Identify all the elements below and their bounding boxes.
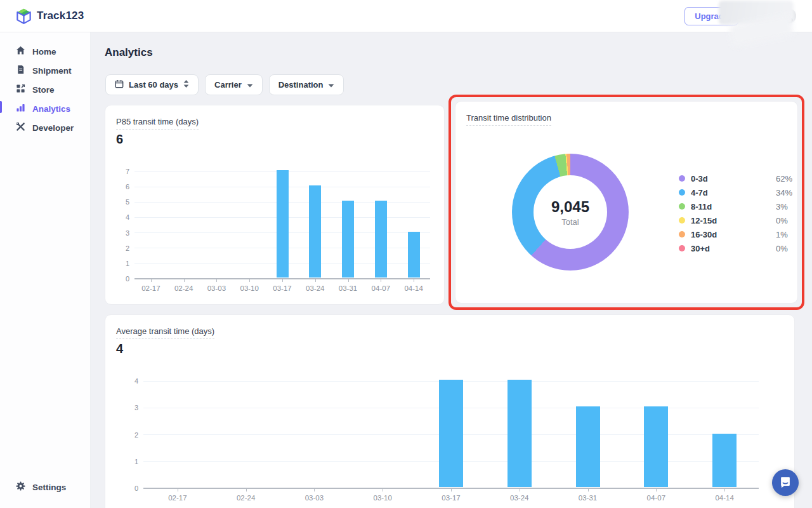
legend-label: 30+d [691,244,776,253]
legend-dot [679,189,685,196]
topbar: Track123 Upgrade [0,0,812,32]
legend-item-16-30d[interactable]: 16-30d 1% [679,227,799,241]
bar-03-17 [277,170,289,277]
y-axis-tick-label: 6 [108,184,129,190]
legend-item-0-3d[interactable]: 0-3d 62% [679,171,799,185]
sidebar-item-label: Settings [32,483,66,492]
sidebar: Home Shipment Store Analytics Develop [0,32,91,508]
y-axis-tick-label: 2 [117,432,138,439]
bar-04-07 [644,406,668,487]
legend-dot [679,175,685,182]
x-axis-tick [588,489,589,491]
chat-bubble-icon [778,476,792,490]
legend-item-8-11d[interactable]: 8-11d 3% [679,199,799,213]
average-transit-time-card: Average transit time (days) 4 0123402-17… [105,314,795,508]
x-axis-tick [314,489,315,491]
donut-total-label: Total [561,217,579,227]
sidebar-item-shipment[interactable]: Shipment [0,61,90,80]
average-bar-chart: 0123402-1702-2403-0303-1003-1703-2403-31… [143,381,759,488]
caret-down-icon [247,80,253,90]
legend-dot [679,217,685,224]
sidebar-item-analytics[interactable]: Analytics [0,99,90,118]
transit-time-distribution-card: Transit time distribution 9,045 Total 0-… [455,101,798,304]
carrier-filter[interactable]: Carrier [205,74,263,95]
caret-down-icon [328,80,334,90]
date-range-filter[interactable]: Last 60 days [105,74,199,95]
legend-percent: 3% [776,202,788,211]
x-axis-tick-label: 03-10 [363,494,402,502]
date-range-label: Last 60 days [129,80,178,90]
donut-center: 9,045 Total [534,175,607,249]
sidebar-item-settings[interactable]: Settings [0,478,90,497]
x-axis-tick-label: 04-14 [705,494,743,502]
card-title: Average transit time (days) [116,326,214,339]
legend-dot [679,231,685,237]
active-indicator [0,101,2,113]
store-grid-icon [16,84,25,95]
x-axis-tick-label: 03-31 [569,494,607,502]
legend-item-4-7d[interactable]: 4-7d 34% [679,185,799,199]
bar-04-14 [712,434,737,488]
sidebar-item-label: Home [32,47,56,57]
legend-label: 0-3d [691,174,776,184]
legend-item-30plus-d[interactable]: 30+d 0% [679,241,799,255]
legend-percent: 0% [776,244,788,253]
brand-name: Track123 [37,10,84,22]
x-axis-tick [282,279,283,282]
bar-chart-icon [16,103,25,114]
y-axis-tick-label: 0 [117,485,138,492]
destination-filter[interactable]: Destination [269,74,344,95]
y-axis-tick-label: 4 [117,378,138,385]
chat-messenger-button[interactable] [772,469,799,496]
x-axis-tick-label: 04-14 [395,284,433,292]
bar-03-24 [309,185,321,277]
y-axis-tick-label: 1 [108,260,129,267]
bar-03-31 [342,201,354,277]
x-axis-tick-label: 04-07 [637,494,675,502]
x-axis-tick [520,489,520,491]
p85-transit-time-card: P85 transit time (days) 6 0123456702-170… [105,105,445,305]
gear-icon [16,481,25,493]
y-axis-tick-label: 5 [108,199,129,206]
destination-label: Destination [278,80,324,90]
carrier-label: Carrier [214,80,242,90]
x-axis-tick-label: 02-24 [227,494,265,502]
legend-dot [679,203,685,210]
x-axis-tick [348,279,349,282]
x-axis-tick [656,489,657,491]
sidebar-item-home[interactable]: Home [0,42,90,61]
x-axis-tick [724,489,725,491]
legend-dot [679,245,685,251]
home-icon [16,46,25,57]
legend-item-12-15d[interactable]: 12-15d 0% [679,213,799,227]
p85-bar-chart: 0123456702-1702-2403-0303-1003-1703-2403… [134,171,430,279]
sidebar-item-store[interactable]: Store [0,80,90,99]
calendar-icon [115,79,124,90]
donut-legend: 0-3d 62% 4-7d 34% 8-11d 3% 12-15d 0% 16-… [679,171,799,255]
x-axis-tick [184,279,185,282]
brand-logo[interactable]: Track123 [15,8,84,25]
y-axis-tick-label: 1 [117,458,138,465]
track123-cube-icon [15,8,32,25]
sort-arrows-icon [183,80,189,90]
card-title: P85 transit time (days) [116,117,199,130]
sidebar-item-developer[interactable]: Developer [0,118,90,137]
x-axis-tick-label: 03-03 [295,494,333,502]
tools-icon [16,122,25,133]
sidebar-item-label: Shipment [32,66,72,76]
legend-percent: 34% [776,188,792,197]
x-axis-tick-label: 02-17 [159,494,197,502]
x-axis-tick [381,279,381,282]
document-icon [16,65,25,76]
x-axis-tick [315,279,316,282]
legend-label: 12-15d [691,216,776,225]
legend-label: 8-11d [691,202,776,211]
bar-04-14 [408,232,420,277]
x-axis-tick [151,279,152,282]
filter-bar: Last 60 days Carrier Destination [105,74,344,95]
sidebar-item-label: Store [32,85,55,95]
card-title: Transit time distribution [466,113,551,126]
y-axis-tick-label: 2 [108,245,129,252]
legend-label: 16-30d [691,230,776,239]
sidebar-item-label: Analytics [32,104,70,114]
